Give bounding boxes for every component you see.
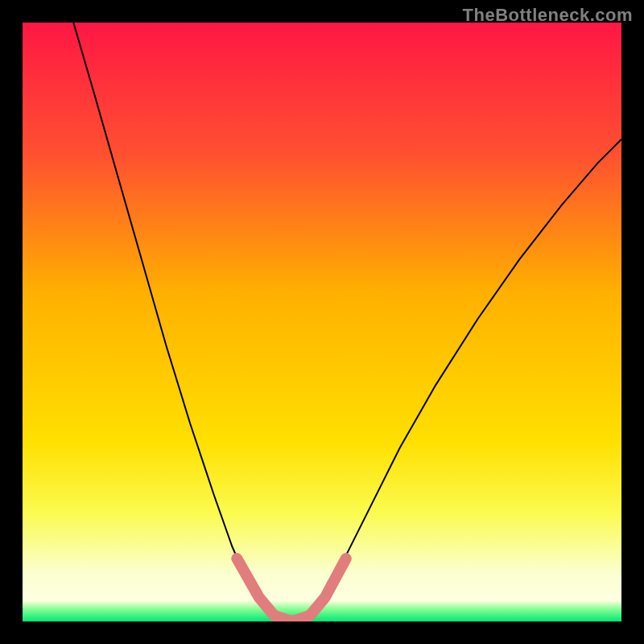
gradient-background bbox=[23, 23, 621, 621]
watermark-text: TheBottleneck.com bbox=[463, 5, 633, 26]
chart-container bbox=[23, 23, 621, 621]
bottleneck-chart bbox=[23, 23, 621, 621]
